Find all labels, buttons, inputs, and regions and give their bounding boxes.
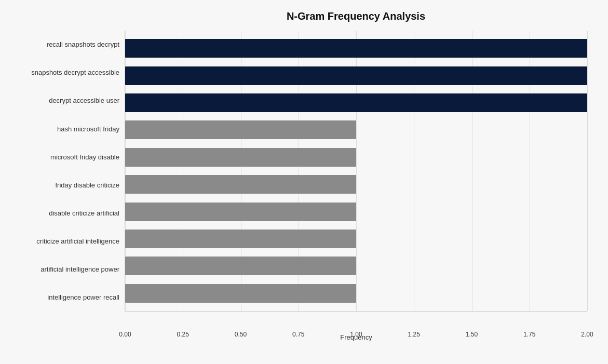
bar-row [125,146,587,169]
bar [125,203,356,221]
y-label: criticize artificial intelligence [10,237,119,246]
bar [125,148,356,167]
bar [125,120,356,139]
bar [125,39,587,58]
bar [125,257,356,275]
bar [125,230,356,248]
y-label: microsoft friday disable [10,153,119,161]
y-label: decrypt accessible user [10,97,119,105]
bar [125,66,587,85]
x-axis-title: Frequency [125,333,587,341]
y-label: recall snapshots decrypt [10,41,119,49]
y-label: snapshots decrypt accessible [10,69,119,77]
bar-row [125,200,587,223]
bar-row [125,118,587,141]
bar-row [125,282,587,305]
y-label: artificial intelligence power [10,265,119,274]
bar-row [125,227,587,250]
bars-wrapper [125,31,587,311]
bar-row [125,64,587,87]
chart-container: N-Gram Frequency Analysis recall snapsho… [0,0,608,364]
chart-title: N-Gram Frequency Analysis [10,10,587,22]
bar-row [125,173,587,196]
y-label: intelligence power recall [10,293,119,302]
y-label: hash microsoft friday [10,125,119,133]
y-label: friday disable criticize [10,181,119,190]
bar-row [125,37,587,60]
bar-row [125,91,587,114]
y-label: disable criticize artificial [10,209,119,218]
bar [125,175,356,194]
plot-area: 0.000.250.500.751.001.251.501.752.00 Fre… [125,31,587,312]
bar [125,284,356,303]
y-axis-labels: recall snapshots decryptsnapshots decryp… [10,31,125,312]
gridline [587,31,588,311]
bar-row [125,254,587,277]
bar [125,93,587,112]
chart-area: recall snapshots decryptsnapshots decryp… [10,31,587,312]
